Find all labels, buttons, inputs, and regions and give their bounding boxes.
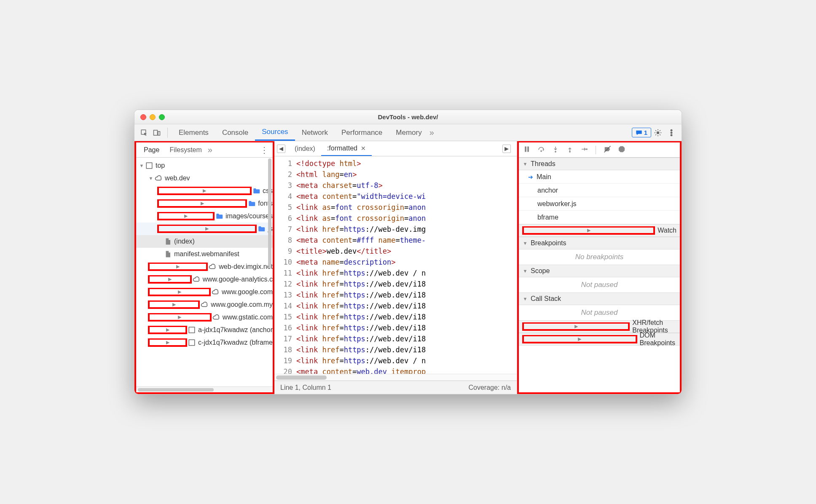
expand-arrow-icon[interactable]: [148, 326, 187, 334]
code-content[interactable]: <!doctype html><html lang=en> <meta char…: [296, 156, 517, 374]
expand-arrow-icon[interactable]: [139, 163, 145, 168]
inspect-element-icon[interactable]: [140, 129, 148, 137]
expand-arrow-icon[interactable]: [522, 226, 655, 235]
tree-label: www.google.com.my: [211, 301, 273, 308]
expand-arrow-icon[interactable]: [522, 161, 528, 166]
section-header-scope[interactable]: Scope: [519, 265, 680, 277]
tree-node[interactable]: js: [136, 223, 273, 235]
step-out-icon[interactable]: [566, 145, 574, 155]
section-header-watch[interactable]: Watch: [519, 224, 680, 237]
expand-arrow-icon[interactable]: [148, 338, 187, 347]
expand-arrow-icon[interactable]: [148, 300, 200, 309]
frame-icon: [145, 162, 153, 169]
expand-arrow-icon[interactable]: [148, 288, 211, 296]
tab-nav-right: ▶: [502, 145, 511, 153]
expand-arrow-icon[interactable]: [148, 275, 192, 284]
expand-arrow-icon[interactable]: [522, 268, 528, 273]
expand-arrow-icon[interactable]: [522, 322, 630, 331]
tree-node[interactable]: fonts: [136, 197, 273, 210]
step-icon[interactable]: [580, 145, 588, 155]
section-message: Not paused: [519, 305, 680, 320]
tree-node[interactable]: www.google.com.my: [136, 298, 273, 311]
tree-node[interactable]: manifest.webmanifest: [136, 248, 273, 260]
expand-arrow-icon[interactable]: [522, 296, 528, 301]
tab-memory[interactable]: Memory: [389, 124, 428, 141]
scrollbar-thumb[interactable]: [268, 158, 271, 268]
tree-node[interactable]: a-jdx1q7kwadwz (anchor: [136, 324, 273, 336]
devtools-window: DevTools - web.dev/ ElementsConsoleSourc…: [134, 110, 682, 394]
editor-panel: ◀ (index):formatted✕ ▶ 12345678910111213…: [274, 141, 517, 394]
expand-arrow-icon[interactable]: [148, 263, 208, 271]
pause-icon[interactable]: [523, 145, 531, 155]
zoom-window-button[interactable]: [159, 114, 165, 120]
navigator-more-tabs[interactable]: »: [208, 145, 212, 155]
section-header-breakpoints[interactable]: Breakpoints: [519, 237, 680, 249]
debugger-toolbar: [519, 142, 680, 158]
code-editor[interactable]: 1234567891011121314151617181920 <!doctyp…: [274, 156, 517, 374]
horizontal-scrollbar[interactable]: [136, 386, 273, 392]
tree-node[interactable]: (index): [136, 235, 273, 248]
expand-arrow-icon[interactable]: [157, 187, 252, 195]
more-tabs-button[interactable]: »: [429, 128, 434, 137]
editor-tab[interactable]: (index): [289, 141, 321, 156]
navigator-tab-filesystem[interactable]: Filesystem: [164, 142, 207, 157]
section-header-xhr-fetch-breakpoints[interactable]: XHR/fetch Breakpoints: [519, 320, 680, 333]
expand-arrow-icon[interactable]: [157, 225, 257, 233]
navigator-panel: PageFilesystem » ⋮ topweb.devcssfontsima…: [134, 141, 274, 394]
section-header-threads[interactable]: Threads: [519, 158, 680, 170]
tree-node[interactable]: web-dev.imgix.net: [136, 260, 273, 273]
close-tab-icon[interactable]: ✕: [361, 145, 366, 152]
expand-arrow-icon[interactable]: [148, 313, 212, 322]
file-icon: [164, 250, 172, 258]
next-tab-icon[interactable]: ▶: [503, 145, 510, 153]
current-arrow-icon: ➔: [528, 174, 533, 180]
navigator-menu-icon[interactable]: ⋮: [258, 145, 270, 155]
minimize-window-button[interactable]: [150, 114, 156, 120]
svg-rect-7: [146, 163, 152, 169]
expand-arrow-icon[interactable]: [522, 335, 637, 343]
expand-arrow-icon[interactable]: [157, 212, 215, 220]
vertical-scrollbar[interactable]: [267, 158, 273, 386]
step-into-icon[interactable]: [552, 145, 559, 155]
scrollbar-thumb[interactable]: [138, 388, 214, 391]
device-toolbar-icon[interactable]: [153, 129, 161, 137]
tree-node[interactable]: c-jdx1q7kwadwz (bframe: [136, 336, 273, 349]
step-over-icon[interactable]: [537, 145, 545, 155]
issues-badge[interactable]: 1: [632, 128, 651, 137]
thread-item[interactable]: bframe: [519, 211, 680, 224]
editor-horizontal-scrollbar[interactable]: [274, 374, 517, 381]
section-header-dom-breakpoints[interactable]: DOM Breakpoints: [519, 333, 680, 346]
expand-arrow-icon[interactable]: [522, 241, 528, 246]
section-header-call-stack[interactable]: Call Stack: [519, 292, 680, 305]
expand-arrow-icon[interactable]: [148, 176, 154, 181]
tree-node[interactable]: www.google-analytics.c: [136, 273, 273, 286]
tab-label: (index): [295, 145, 315, 153]
thread-item[interactable]: anchor: [519, 184, 680, 197]
pause-on-exceptions-icon[interactable]: [618, 145, 625, 155]
thread-item[interactable]: webworker.js: [519, 197, 680, 211]
cloud-icon: [193, 276, 200, 283]
expand-arrow-icon[interactable]: [157, 199, 247, 208]
tab-performance[interactable]: Performance: [335, 124, 389, 141]
tab-sources[interactable]: Sources: [255, 124, 295, 141]
tab-network[interactable]: Network: [295, 124, 335, 141]
tree-node[interactable]: top: [136, 159, 273, 172]
navigator-tab-page[interactable]: Page: [139, 142, 164, 157]
prev-tab-icon[interactable]: ◀: [277, 145, 285, 153]
editor-tab[interactable]: :formatted✕: [321, 141, 372, 156]
tree-node[interactable]: css: [136, 185, 273, 197]
tab-console[interactable]: Console: [215, 124, 255, 141]
main-menu-icon[interactable]: [667, 129, 676, 137]
scrollbar-thumb[interactable]: [276, 375, 327, 380]
tree-node[interactable]: images/courses: [136, 210, 273, 223]
tree-node[interactable]: www.google.com: [136, 286, 273, 298]
tree-node[interactable]: www.gstatic.com: [136, 311, 273, 324]
settings-icon[interactable]: [654, 129, 662, 137]
close-window-button[interactable]: [140, 114, 146, 120]
tab-elements[interactable]: Elements: [172, 124, 215, 141]
file-tree[interactable]: topweb.devcssfontsimages/coursesjs(index…: [136, 158, 273, 386]
tree-node[interactable]: web.dev: [136, 172, 273, 185]
section-message: No breakpoints: [519, 249, 680, 265]
thread-item[interactable]: ➔Main: [519, 170, 680, 184]
deactivate-breakpoints-icon[interactable]: [604, 145, 611, 155]
